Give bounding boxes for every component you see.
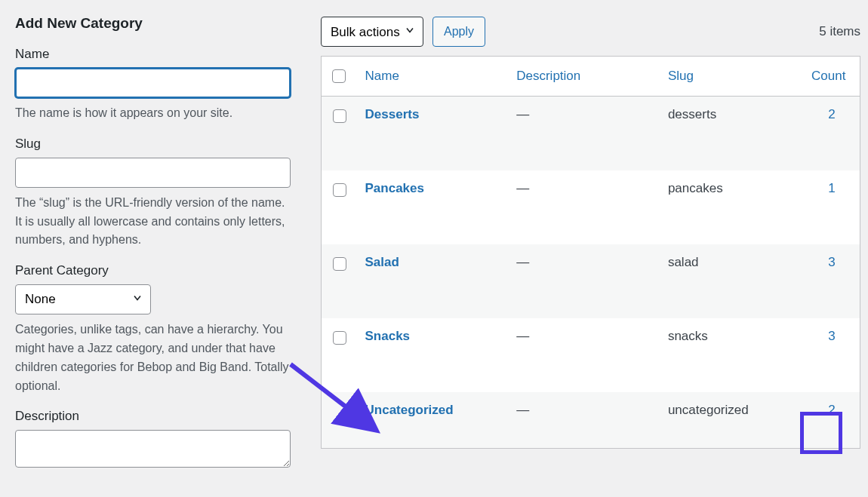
slug-label: Slug	[15, 137, 291, 152]
category-description: —	[509, 97, 660, 170]
table-row: Salad—salad3	[322, 244, 860, 318]
parent-category-label: Parent Category	[15, 263, 291, 278]
categories-table: Name Description Slug Count Desserts—des…	[321, 56, 860, 449]
apply-button[interactable]: Apply	[432, 17, 485, 47]
category-count-link[interactable]: 2	[828, 107, 835, 121]
row-checkbox[interactable]	[333, 257, 346, 271]
column-header-name[interactable]: Name	[365, 69, 399, 83]
table-row: Desserts—desserts2	[322, 97, 860, 170]
parent-category-description: Categories, unlike tags, can have a hier…	[15, 321, 291, 395]
column-header-count[interactable]: Count	[811, 69, 845, 83]
category-slug: desserts	[660, 97, 804, 170]
category-count-link[interactable]: 3	[828, 255, 835, 269]
row-checkbox[interactable]	[333, 331, 346, 345]
bulk-actions-select[interactable]: Bulk actions	[321, 17, 423, 47]
table-row: Snacks—snacks3	[322, 318, 860, 392]
form-title: Add New Category	[15, 15, 291, 32]
category-name-link[interactable]: Snacks	[365, 329, 411, 343]
table-row: Uncategorized—uncategorized2	[322, 392, 860, 448]
category-slug: pancakes	[660, 170, 804, 244]
category-list-panel: Bulk actions Apply 5 items Name Descript…	[306, 15, 860, 484]
parent-category-select[interactable]: None	[15, 284, 151, 314]
category-count-link[interactable]: 3	[828, 329, 835, 343]
category-count-link[interactable]: 1	[828, 181, 835, 195]
category-name-link[interactable]: Desserts	[365, 107, 420, 121]
category-name-link[interactable]: Pancakes	[365, 181, 424, 195]
description-input[interactable]	[15, 430, 291, 468]
category-count-link[interactable]: 2	[828, 403, 835, 417]
select-all-checkbox[interactable]	[332, 69, 346, 83]
category-description: —	[509, 170, 660, 244]
slug-input[interactable]	[15, 158, 291, 188]
category-slug: salad	[660, 244, 804, 318]
name-input[interactable]	[15, 68, 291, 98]
description-label: Description	[15, 409, 291, 424]
category-slug: snacks	[660, 318, 804, 392]
column-header-slug[interactable]: Slug	[668, 69, 694, 83]
table-row: Pancakes—pancakes1	[322, 170, 860, 244]
category-slug: uncategorized	[660, 392, 804, 448]
category-description: —	[509, 392, 660, 448]
name-description: The name is how it appears on your site.	[15, 104, 291, 123]
items-count: 5 items	[819, 24, 860, 39]
column-header-description[interactable]: Description	[516, 69, 580, 83]
category-description: —	[509, 318, 660, 392]
row-checkbox[interactable]	[333, 183, 346, 197]
row-checkbox[interactable]	[333, 109, 346, 123]
slug-description: The “slug” is the URL-friendly version o…	[15, 194, 291, 250]
add-category-form: Add New Category Name The name is how it…	[15, 15, 306, 484]
name-label: Name	[15, 47, 291, 62]
category-name-link[interactable]: Salad	[365, 255, 399, 269]
category-description: —	[509, 244, 660, 318]
category-name-link[interactable]: Uncategorized	[365, 403, 454, 417]
